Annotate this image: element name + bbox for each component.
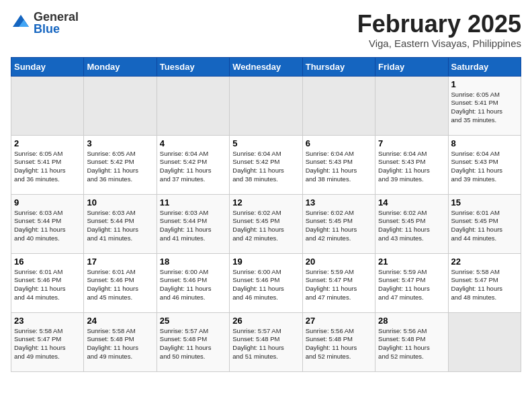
calendar-cell: 4Sunrise: 6:04 AM Sunset: 5:42 PM Daylig… — [157, 135, 229, 194]
day-info: Sunrise: 6:05 AM Sunset: 5:41 PM Dayligh… — [14, 150, 81, 184]
calendar-cell: 8Sunrise: 6:04 AM Sunset: 5:43 PM Daylig… — [448, 135, 521, 194]
weekday-header-tuesday: Tuesday — [157, 57, 229, 76]
day-info: Sunrise: 5:57 AM Sunset: 5:48 PM Dayligh… — [160, 327, 226, 361]
calendar-cell: 6Sunrise: 6:04 AM Sunset: 5:43 PM Daylig… — [302, 135, 375, 194]
calendar-cell — [230, 76, 302, 135]
day-info: Sunrise: 6:01 AM Sunset: 5:45 PM Dayligh… — [451, 209, 518, 243]
calendar-cell: 25Sunrise: 5:57 AM Sunset: 5:48 PM Dayli… — [157, 312, 229, 371]
day-number: 14 — [378, 197, 445, 208]
day-info: Sunrise: 6:03 AM Sunset: 5:44 PM Dayligh… — [160, 209, 226, 243]
day-number: 11 — [160, 197, 226, 208]
calendar-cell: 28Sunrise: 5:56 AM Sunset: 5:48 PM Dayli… — [375, 312, 448, 371]
calendar-body: 1Sunrise: 6:05 AM Sunset: 5:41 PM Daylig… — [11, 76, 521, 371]
calendar-cell: 13Sunrise: 6:02 AM Sunset: 5:45 PM Dayli… — [302, 194, 375, 253]
day-number: 17 — [87, 257, 153, 267]
calendar-cell: 17Sunrise: 6:01 AM Sunset: 5:46 PM Dayli… — [84, 253, 157, 312]
calendar-cell — [157, 76, 229, 135]
day-number: 15 — [451, 197, 518, 208]
day-number: 24 — [87, 316, 153, 326]
day-info: Sunrise: 5:56 AM Sunset: 5:48 PM Dayligh… — [306, 327, 372, 361]
weekday-header-saturday: Saturday — [448, 57, 521, 76]
calendar-cell: 18Sunrise: 6:00 AM Sunset: 5:46 PM Dayli… — [157, 253, 229, 312]
calendar-cell: 21Sunrise: 5:59 AM Sunset: 5:47 PM Dayli… — [375, 253, 448, 312]
calendar-cell: 12Sunrise: 6:02 AM Sunset: 5:45 PM Dayli… — [230, 194, 302, 253]
day-info: Sunrise: 5:58 AM Sunset: 5:47 PM Dayligh… — [14, 327, 81, 361]
calendar-cell — [84, 76, 157, 135]
day-number: 3 — [87, 138, 153, 148]
day-number: 1 — [451, 79, 518, 89]
weekday-header-thursday: Thursday — [302, 57, 375, 76]
day-info: Sunrise: 5:56 AM Sunset: 5:48 PM Dayligh… — [378, 327, 445, 361]
calendar-cell — [448, 312, 521, 371]
day-number: 2 — [14, 138, 81, 148]
day-number: 5 — [232, 138, 299, 148]
logo-blue-text: Blue — [34, 23, 79, 35]
day-info: Sunrise: 5:58 AM Sunset: 5:48 PM Dayligh… — [87, 327, 153, 361]
day-info: Sunrise: 5:58 AM Sunset: 5:47 PM Dayligh… — [451, 268, 518, 302]
calendar-week-row: 1Sunrise: 6:05 AM Sunset: 5:41 PM Daylig… — [11, 76, 521, 135]
calendar-cell: 1Sunrise: 6:05 AM Sunset: 5:41 PM Daylig… — [448, 76, 521, 135]
day-number: 4 — [160, 138, 226, 148]
calendar-cell: 20Sunrise: 5:59 AM Sunset: 5:47 PM Dayli… — [302, 253, 375, 312]
day-info: Sunrise: 5:59 AM Sunset: 5:47 PM Dayligh… — [378, 268, 445, 302]
calendar-cell: 3Sunrise: 6:05 AM Sunset: 5:42 PM Daylig… — [84, 135, 157, 194]
day-info: Sunrise: 6:04 AM Sunset: 5:42 PM Dayligh… — [232, 150, 299, 184]
calendar-cell: 9Sunrise: 6:03 AM Sunset: 5:44 PM Daylig… — [11, 194, 84, 253]
calendar-cell: 14Sunrise: 6:02 AM Sunset: 5:45 PM Dayli… — [375, 194, 448, 253]
calendar-cell: 2Sunrise: 6:05 AM Sunset: 5:41 PM Daylig… — [11, 135, 84, 194]
day-info: Sunrise: 6:03 AM Sunset: 5:44 PM Dayligh… — [87, 209, 153, 243]
day-info: Sunrise: 6:02 AM Sunset: 5:45 PM Dayligh… — [232, 209, 299, 243]
day-number: 25 — [160, 316, 226, 326]
day-number: 20 — [306, 257, 372, 267]
day-info: Sunrise: 5:57 AM Sunset: 5:48 PM Dayligh… — [232, 327, 299, 361]
day-number: 21 — [378, 257, 445, 267]
weekday-header-friday: Friday — [375, 57, 448, 76]
day-number: 19 — [232, 257, 299, 267]
logo-icon — [11, 13, 31, 33]
calendar-week-row: 16Sunrise: 6:01 AM Sunset: 5:46 PM Dayli… — [11, 253, 521, 312]
month-year-title: February 2025 — [357, 11, 521, 38]
day-info: Sunrise: 6:04 AM Sunset: 5:43 PM Dayligh… — [306, 150, 372, 184]
calendar-cell: 23Sunrise: 5:58 AM Sunset: 5:47 PM Dayli… — [11, 312, 84, 371]
calendar-cell: 16Sunrise: 6:01 AM Sunset: 5:46 PM Dayli… — [11, 253, 84, 312]
calendar-cell: 26Sunrise: 5:57 AM Sunset: 5:48 PM Dayli… — [230, 312, 302, 371]
calendar-cell — [375, 76, 448, 135]
calendar-week-row: 9Sunrise: 6:03 AM Sunset: 5:44 PM Daylig… — [11, 194, 521, 253]
day-number: 8 — [451, 138, 518, 148]
calendar-cell: 7Sunrise: 6:04 AM Sunset: 5:43 PM Daylig… — [375, 135, 448, 194]
day-number: 26 — [232, 316, 299, 326]
day-number: 7 — [378, 138, 445, 148]
calendar-cell — [11, 76, 84, 135]
day-number: 18 — [160, 257, 226, 267]
logo: General Blue — [11, 11, 79, 35]
weekday-header-sunday: Sunday — [11, 57, 84, 76]
day-info: Sunrise: 6:00 AM Sunset: 5:46 PM Dayligh… — [232, 268, 299, 302]
calendar-week-row: 2Sunrise: 6:05 AM Sunset: 5:41 PM Daylig… — [11, 135, 521, 194]
page-header: General Blue February 2025 Viga, Eastern… — [11, 11, 521, 49]
calendar-cell: 27Sunrise: 5:56 AM Sunset: 5:48 PM Dayli… — [302, 312, 375, 371]
calendar-table: SundayMondayTuesdayWednesdayThursdayFrid… — [11, 57, 521, 372]
day-info: Sunrise: 6:04 AM Sunset: 5:43 PM Dayligh… — [378, 150, 445, 184]
day-info: Sunrise: 6:05 AM Sunset: 5:41 PM Dayligh… — [451, 91, 518, 125]
weekday-header-wednesday: Wednesday — [230, 57, 302, 76]
day-number: 10 — [87, 197, 153, 208]
calendar-cell: 10Sunrise: 6:03 AM Sunset: 5:44 PM Dayli… — [84, 194, 157, 253]
calendar-cell — [302, 76, 375, 135]
day-number: 27 — [306, 316, 372, 326]
calendar-week-row: 23Sunrise: 5:58 AM Sunset: 5:47 PM Dayli… — [11, 312, 521, 371]
day-info: Sunrise: 6:02 AM Sunset: 5:45 PM Dayligh… — [306, 209, 372, 243]
day-number: 28 — [378, 316, 445, 326]
day-info: Sunrise: 6:02 AM Sunset: 5:45 PM Dayligh… — [378, 209, 445, 243]
calendar-cell: 24Sunrise: 5:58 AM Sunset: 5:48 PM Dayli… — [84, 312, 157, 371]
day-info: Sunrise: 6:05 AM Sunset: 5:42 PM Dayligh… — [87, 150, 153, 184]
day-number: 23 — [14, 316, 81, 326]
day-number: 12 — [232, 197, 299, 208]
day-info: Sunrise: 6:00 AM Sunset: 5:46 PM Dayligh… — [160, 268, 226, 302]
weekday-header-row: SundayMondayTuesdayWednesdayThursdayFrid… — [11, 57, 521, 76]
day-info: Sunrise: 6:04 AM Sunset: 5:43 PM Dayligh… — [451, 150, 518, 184]
day-number: 13 — [306, 197, 372, 208]
location-title: Viga, Eastern Visayas, Philippines — [357, 38, 521, 49]
calendar-cell: 22Sunrise: 5:58 AM Sunset: 5:47 PM Dayli… — [448, 253, 521, 312]
calendar-cell: 11Sunrise: 6:03 AM Sunset: 5:44 PM Dayli… — [157, 194, 229, 253]
day-number: 22 — [451, 257, 518, 267]
